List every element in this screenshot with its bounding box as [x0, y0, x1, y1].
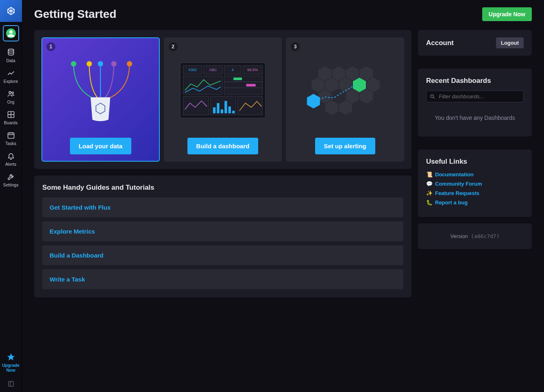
main-content: Getting Started Upgrade Now 1 [22, 0, 544, 392]
logout-button[interactable]: Logout [496, 37, 524, 48]
sidebar-collapse-button[interactable] [0, 376, 22, 392]
set-up-alerting-illustration [292, 43, 398, 138]
svg-text:4392: 4392 [188, 67, 197, 72]
svg-rect-38 [233, 78, 242, 80]
svg-rect-48 [238, 96, 263, 115]
svg-text:ABC: ABC [209, 67, 217, 72]
users-icon [7, 89, 15, 98]
guides-panel: Some Handy Guides and Tutorials Get Star… [34, 175, 411, 297]
svg-marker-53 [311, 78, 324, 92]
useful-link-item: 💬 Community Forum [426, 181, 524, 187]
svg-rect-45 [224, 101, 227, 113]
svg-text:99.5%: 99.5% [247, 67, 258, 72]
search-icon [430, 94, 435, 100]
load-data-illustration [47, 43, 154, 138]
svg-rect-34 [183, 76, 222, 95]
cube-icon [6, 6, 16, 16]
svg-marker-54 [325, 78, 338, 92]
version-hash: (a86c7d7) [471, 233, 499, 239]
guide-link[interactable]: Write a Task [42, 269, 403, 289]
dashboard-filter-input[interactable] [435, 93, 520, 100]
graph-icon [7, 69, 15, 78]
svg-line-65 [433, 97, 434, 98]
sparkle-icon: ✨ [426, 190, 433, 196]
user-icon [6, 28, 16, 39]
svg-rect-47 [232, 111, 235, 113]
set-up-alerting-button[interactable]: Set up alerting [315, 138, 375, 154]
load-your-data-button[interactable]: Load your data [70, 138, 132, 154]
useful-link-item: 🐛 Report a bug [426, 199, 524, 206]
sidebar-item-data[interactable]: Data [0, 45, 22, 66]
svg-marker-50 [332, 66, 345, 81]
page-header: Getting Started Upgrade Now [34, 7, 532, 21]
doc-icon: 📜 [426, 171, 433, 178]
sidebar-item-explore[interactable]: Explore [0, 66, 22, 87]
svg-marker-59 [360, 89, 373, 104]
svg-marker-62 [353, 78, 366, 92]
step-card-1[interactable]: 1 [41, 37, 160, 162]
svg-point-6 [8, 49, 13, 51]
recent-dashboards-title: Recent Dashboards [426, 77, 524, 85]
svg-marker-16 [7, 353, 14, 360]
svg-rect-35 [224, 76, 262, 95]
guide-link[interactable]: Get Started with Flux [42, 197, 403, 217]
upgrade-now-button[interactable]: Upgrade Now [482, 7, 532, 21]
svg-rect-44 [221, 110, 223, 113]
wrench-icon [7, 172, 15, 181]
feature-requests-link[interactable]: Feature Requests [435, 190, 479, 196]
sidebar-item-tasks[interactable]: Tasks [0, 128, 22, 149]
sidebar-item-label: Alerts [5, 162, 16, 167]
build-dashboard-button[interactable]: Build a dashboard [187, 138, 259, 154]
sidebar-item-org[interactable]: Org [0, 87, 22, 108]
account-panel: Account Logout [418, 30, 532, 56]
svg-text:4: 4 [231, 67, 233, 72]
empty-dashboards-text: You don't have any Dashboards [426, 110, 524, 128]
sidebar-item-label: UpgradeNow [2, 363, 20, 373]
svg-marker-61 [339, 100, 352, 115]
avatar[interactable] [3, 25, 19, 41]
star-icon [7, 353, 15, 362]
svg-marker-56 [367, 78, 380, 92]
account-title: Account [426, 39, 454, 47]
step-number: 1 [46, 42, 55, 51]
svg-marker-52 [360, 66, 373, 81]
sidebar-item-boards[interactable]: Boards [0, 108, 22, 128]
svg-marker-55 [339, 78, 352, 92]
useful-link-item: ✨ Feature Requests [426, 190, 524, 196]
sidebar: Data Explore Org Boards Tasks Alerts S [0, 0, 22, 392]
svg-rect-12 [8, 133, 14, 138]
sidebar-item-alerts[interactable]: Alerts [0, 149, 22, 170]
calendar-icon [7, 131, 15, 140]
svg-point-5 [9, 30, 13, 34]
grid-icon [7, 110, 15, 119]
useful-links-title: Useful Links [426, 158, 524, 166]
step-number: 2 [169, 42, 178, 51]
build-dashboard-illustration: 4392 ABC 4 99.5% [170, 43, 276, 138]
sidebar-item-label: Settings [3, 182, 19, 187]
community-forum-link[interactable]: Community Forum [435, 181, 482, 187]
step-card-3[interactable]: 3 [286, 37, 404, 162]
sidebar-item-label: Boards [4, 120, 17, 125]
svg-point-64 [431, 95, 433, 97]
guide-link[interactable]: Build a Dashboard [42, 245, 403, 265]
sidebar-item-upgrade[interactable]: UpgradeNow [0, 350, 22, 376]
database-icon [7, 48, 15, 57]
step-cards-container: 1 [34, 30, 411, 169]
guides-title: Some Handy Guides and Tutorials [42, 184, 403, 192]
step-card-2[interactable]: 2 4392 ABC 4 99.5% [164, 37, 282, 162]
bell-icon [7, 152, 15, 160]
page-title: Getting Started [34, 8, 116, 21]
logo[interactable] [0, 0, 22, 22]
guide-link[interactable]: Explore Metrics [42, 221, 403, 241]
sidebar-item-label: Tasks [5, 141, 16, 146]
svg-rect-43 [217, 103, 219, 113]
documentation-link[interactable]: Documentation [435, 171, 474, 178]
bug-icon: 🐛 [426, 199, 433, 206]
report-bug-link[interactable]: Report a bug [435, 199, 468, 206]
svg-marker-57 [318, 89, 331, 104]
dashboard-filter-input-wrap [426, 91, 524, 102]
svg-marker-49 [318, 66, 331, 81]
svg-point-8 [12, 92, 13, 93]
recent-dashboards-panel: Recent Dashboards You don't have any Das… [418, 69, 532, 136]
sidebar-item-settings[interactable]: Settings [0, 170, 22, 191]
